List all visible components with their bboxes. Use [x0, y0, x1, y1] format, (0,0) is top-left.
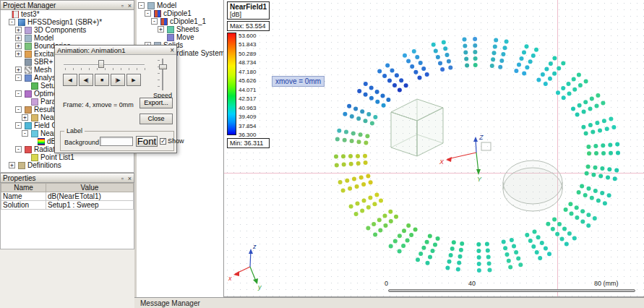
- nearfield-dot: [580, 219, 585, 223]
- expand-icon[interactable]: +: [15, 51, 22, 57]
- y-axis-label: Y: [477, 176, 482, 183]
- nearfield-dot: [457, 261, 461, 265]
- expand-icon[interactable]: +: [15, 27, 22, 33]
- nearfield-dot: [488, 268, 492, 272]
- collapse-icon[interactable]: -: [151, 18, 158, 25]
- collapse-icon[interactable]: -: [15, 74, 22, 81]
- nearfield-dot: [473, 50, 477, 54]
- nearfield-dot: [578, 83, 583, 87]
- collapse-icon[interactable]: -: [15, 106, 22, 113]
- collapse-icon[interactable]: -: [15, 90, 22, 97]
- expand-icon[interactable]: +: [15, 43, 22, 49]
- nearfield-dot: [600, 166, 604, 171]
- nearfield-dot: [473, 43, 477, 48]
- close-icon[interactable]: ×: [128, 175, 132, 182]
- background-color-swatch[interactable]: [100, 137, 133, 146]
- optimetrics-icon: [25, 90, 32, 98]
- setup-icon: [31, 82, 38, 90]
- collapse-icon[interactable]: -: [9, 19, 15, 25]
- origin-component[interactable]: [481, 142, 491, 150]
- nearfield-dot: [350, 139, 354, 143]
- nearfield-dot: [359, 132, 363, 137]
- nearfield-dot: [409, 233, 413, 237]
- pin-icon[interactable]: ▫: [121, 2, 124, 9]
- animation-dialog-titlebar[interactable]: Animation: Animation1 ×: [55, 46, 176, 55]
- colorbar-tick-label: 51.843: [239, 41, 256, 48]
- tree-item-model[interactable]: -Model: [137, 1, 223, 9]
- nearfield-dot: [447, 59, 451, 64]
- property-value-cell[interactable]: Setup1 : Sweep: [46, 201, 134, 210]
- export-button[interactable]: Export...: [139, 98, 173, 108]
- tree-item-point-list1[interactable]: Point List1: [1, 153, 134, 161]
- nearfield-dot: [459, 248, 463, 252]
- nearfield-dot: [611, 125, 616, 129]
- rewind-button[interactable]: ◀: [63, 74, 77, 86]
- nearfield-dot: [335, 163, 339, 167]
- tree-item-cdipole1[interactable]: -cDipole1: [137, 9, 223, 17]
- frame-slider[interactable]: [64, 60, 145, 71]
- play-button[interactable]: ▶: [126, 74, 141, 86]
- expand-icon[interactable]: +: [9, 162, 15, 168]
- property-name-cell: Solution: [1, 201, 46, 210]
- colorbar-tick-label: 39.409: [239, 114, 256, 120]
- property-value-cell[interactable]: dB(NearETotal1): [46, 192, 134, 201]
- animation-dialog[interactable]: Animation: Animation1 × Speed ◀◀|■|▶▶ Fr…: [54, 45, 177, 153]
- message-manager-bar[interactable]: Message Manager: [134, 297, 644, 308]
- colorbar-ticks: 53.60051.84350.28948.73447.18045.62644.0…: [239, 33, 256, 138]
- nearfield-dot: [436, 55, 440, 59]
- colorbar-legend[interactable]: NearField1 [dB] Max: 53.554 53.60051.843…: [227, 1, 270, 150]
- close-button[interactable]: Close: [139, 114, 173, 124]
- nearfield-dot: [577, 190, 581, 194]
- tree-item-sheets[interactable]: +Sheets: [137, 25, 223, 33]
- nearfield-dot: [432, 43, 436, 47]
- project-manager-titlebar[interactable]: Project Manager ▫ ×: [0, 0, 134, 10]
- nearfield-dot: [463, 38, 467, 42]
- nearfield-dot: [567, 82, 571, 86]
- expand-icon[interactable]: +: [158, 26, 164, 33]
- expand-icon[interactable]: +: [22, 114, 28, 121]
- close-icon[interactable]: ×: [128, 2, 132, 9]
- collapse-icon[interactable]: -: [138, 2, 145, 9]
- nearfield-dot: [335, 137, 340, 142]
- nearfield-dot: [522, 72, 526, 76]
- collapse-icon[interactable]: -: [15, 122, 22, 129]
- speed-slider-track[interactable]: [162, 59, 163, 90]
- tree-item-hfssdesign1-sbr[interactable]: -HFSSDesign1 (SBR+)*: [1, 18, 134, 26]
- pin-icon[interactable]: ▫: [121, 175, 124, 182]
- 3d-viewport[interactable]: X Y Z x y z: [224, 0, 644, 297]
- nearfield-dot: [355, 184, 359, 189]
- collapse-icon[interactable]: -: [145, 10, 151, 17]
- tree-item-3d-components[interactable]: +3D Components: [1, 26, 134, 34]
- show-checkbox[interactable]: [160, 138, 166, 145]
- collapse-icon[interactable]: -: [15, 146, 22, 153]
- box-model[interactable]: [391, 99, 443, 156]
- show-checkbox-group[interactable]: Show: [160, 137, 184, 145]
- nearfield-dot: [552, 218, 557, 222]
- xmove-annotation-label[interactable]: xmove = 0mm: [272, 76, 325, 87]
- nearfield-dot: [364, 119, 368, 123]
- step-forward-button[interactable]: |▶: [111, 74, 125, 86]
- close-icon[interactable]: ×: [170, 46, 174, 54]
- cylinder-model[interactable]: [503, 161, 562, 211]
- step-back-button[interactable]: ◀|: [79, 74, 93, 86]
- tree-item-definitions[interactable]: +Definitions: [1, 161, 134, 169]
- nearfield-dot: [445, 266, 450, 270]
- nearfield-dot: [518, 262, 523, 267]
- tree-item-model[interactable]: +Model: [1, 34, 134, 42]
- tree-item-test3[interactable]: test3*: [1, 10, 134, 18]
- tree-item-move[interactable]: Move: [137, 33, 223, 41]
- collapse-icon[interactable]: -: [22, 130, 28, 137]
- properties-titlebar[interactable]: Properties ▫ ×: [0, 173, 134, 183]
- frame-slider-track[interactable]: [64, 64, 145, 66]
- font-button[interactable]: Font: [136, 136, 158, 147]
- speed-slider[interactable]: [156, 59, 167, 90]
- stop-button[interactable]: ■: [95, 74, 109, 86]
- expand-icon[interactable]: +: [15, 35, 22, 41]
- speed-slider-thumb[interactable]: [159, 64, 167, 69]
- nearfield-dot: [551, 227, 555, 231]
- tree-item-cdipole1-1[interactable]: -cDipole1_1: [137, 17, 223, 25]
- nearfield-dot: [473, 56, 478, 61]
- frame-slider-thumb[interactable]: [98, 60, 104, 68]
- expand-icon[interactable]: +: [15, 67, 22, 73]
- nearfield-dot: [517, 63, 521, 67]
